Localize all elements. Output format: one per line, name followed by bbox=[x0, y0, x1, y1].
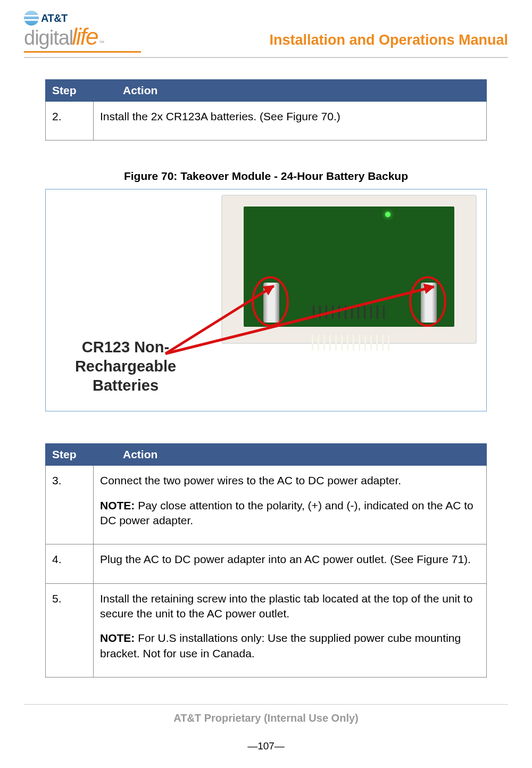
brand-digital: digital bbox=[24, 27, 73, 49]
page-content: Step Action 2. Install the 2x CR123A bat… bbox=[24, 79, 508, 678]
step-number: 3. bbox=[46, 466, 94, 544]
brand-tm: ™ bbox=[99, 39, 105, 46]
step-action: Install the 2x CR123A batteries. (See Fi… bbox=[94, 102, 487, 141]
table-row: 2. Install the 2x CR123A batteries. (See… bbox=[46, 102, 487, 141]
table-header-action: Action bbox=[94, 444, 487, 466]
table-row: 4. Plug the AC to DC power adapter into … bbox=[46, 544, 487, 583]
led-indicator-icon bbox=[385, 212, 390, 217]
page-number: ―107― bbox=[24, 740, 508, 752]
table-header-action: Action bbox=[94, 80, 487, 102]
step-table-1: Step Action 2. Install the 2x CR123A bat… bbox=[45, 79, 487, 141]
att-globe-icon bbox=[24, 11, 39, 26]
step-action: Install the retaining screw into the pla… bbox=[94, 583, 487, 677]
figure-caption: Figure 70: Takeover Module - 24-Hour Bat… bbox=[45, 170, 487, 183]
brand-life: life bbox=[72, 23, 97, 50]
manual-title: Installation and Operations Manual bbox=[269, 32, 508, 53]
step-action: Plug the AC to DC power adapter into an … bbox=[94, 544, 487, 583]
table-header-step: Step bbox=[46, 444, 94, 466]
page-header: AT&T digital life ™ Installation and Ope… bbox=[24, 11, 508, 58]
note-label: NOTE: bbox=[100, 499, 135, 511]
table-header-step: Step bbox=[46, 80, 94, 102]
step-action: Connect the two power wires to the AC to… bbox=[94, 466, 487, 544]
note-label: NOTE: bbox=[100, 632, 135, 644]
figure-70: CR123 Non- Rechargeable Batteries bbox=[45, 189, 487, 411]
figure-label: CR123 Non- Rechargeable Batteries bbox=[67, 337, 184, 395]
table-row: 3. Connect the two power wires to the AC… bbox=[46, 466, 487, 544]
page-footer: AT&T Proprietary (Internal Use Only) ―10… bbox=[24, 704, 508, 752]
step-number: 4. bbox=[46, 544, 94, 583]
step-number: 5. bbox=[46, 583, 94, 677]
step-table-2: Step Action 3. Connect the two power wir… bbox=[45, 443, 487, 678]
brand-logo: AT&T digital life ™ bbox=[24, 11, 141, 53]
device-photo bbox=[221, 195, 477, 344]
step-number: 2. bbox=[46, 102, 94, 141]
footer-proprietary: AT&T Proprietary (Internal Use Only) bbox=[24, 712, 508, 724]
brand-att-text: AT&T bbox=[41, 12, 68, 24]
table-row: 5. Install the retaining screw into the … bbox=[46, 583, 487, 677]
